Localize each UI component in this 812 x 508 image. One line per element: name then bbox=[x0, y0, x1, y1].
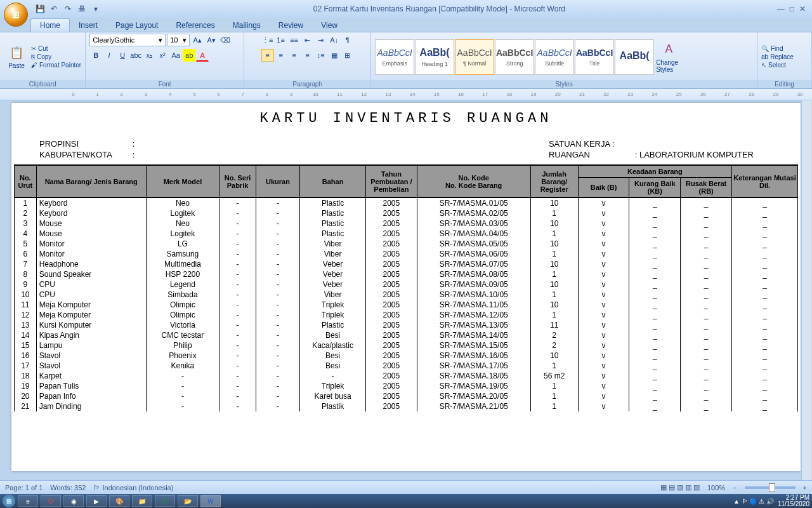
language-status[interactable]: 🏳 Indonesian (Indonesia) bbox=[93, 484, 173, 491]
superscript-button[interactable]: x² bbox=[156, 49, 169, 62]
office-button[interactable]: ⊞ bbox=[4, 3, 28, 27]
explorer-icon[interactable]: 📁 bbox=[132, 495, 152, 507]
borders-button[interactable]: ⊞ bbox=[341, 49, 354, 62]
find-icon: 🔍 bbox=[761, 45, 769, 52]
paragraph-group: ⋮≡ 1≡ ≡≡ ⇤ ⇥ A↓ ¶ ≡ ≡ ≡ ≡ ↕≡ ▦ ⊞ Paragra… bbox=[244, 32, 371, 88]
justify-button[interactable]: ≡ bbox=[301, 49, 314, 62]
sort-button[interactable]: A↓ bbox=[328, 34, 341, 46]
style-item[interactable]: AaBbCcIStrong bbox=[495, 39, 534, 75]
zoom-out-button[interactable]: − bbox=[733, 484, 737, 491]
tab-review[interactable]: Review bbox=[270, 19, 312, 32]
statusbar: Page: 1 of 1 Words: 352 🏳 Indonesian (In… bbox=[0, 480, 812, 494]
shrink-font-button[interactable]: A▾ bbox=[205, 34, 218, 46]
start-button[interactable]: ⊞ bbox=[3, 495, 15, 507]
clipboard-group: 📋Paste ✂Cut ⎘Copy 🖌Format Painter Clipbo… bbox=[0, 32, 86, 88]
font-color-button[interactable]: A bbox=[196, 49, 209, 62]
style-item[interactable]: AaBb( bbox=[615, 39, 654, 75]
paste-button[interactable]: 📋Paste bbox=[4, 44, 29, 69]
close-button[interactable]: ✕ bbox=[799, 4, 806, 13]
opera-icon[interactable]: O bbox=[41, 495, 61, 507]
table-row: 13Kursi KomputerVictoria--Plastic2005SR-… bbox=[15, 320, 798, 330]
style-item[interactable]: AaBb(Heading 1 bbox=[415, 39, 454, 75]
find-button[interactable]: 🔍Find bbox=[761, 45, 794, 52]
align-center-button[interactable]: ≡ bbox=[275, 49, 287, 62]
table-row: 17StavolKenika--Besi2005SR-7/MASMA.17/05… bbox=[15, 361, 798, 371]
qat-dropdown-icon[interactable]: ▾ bbox=[90, 3, 102, 15]
font-name-combo[interactable]: ClearlyGothic▾ bbox=[89, 34, 166, 46]
strike-button[interactable]: abc bbox=[129, 49, 142, 62]
paint-icon[interactable]: 🎨 bbox=[109, 495, 129, 507]
change-case-button[interactable]: Aa bbox=[169, 49, 182, 62]
underline-button[interactable]: U bbox=[116, 49, 129, 62]
word-icon[interactable]: W bbox=[200, 495, 221, 507]
style-item[interactable]: AaBbCcISubtitle bbox=[535, 39, 574, 75]
style-item[interactable]: AaBbCcI¶ Normal bbox=[455, 39, 494, 75]
chrome-icon[interactable]: ◉ bbox=[63, 495, 84, 507]
table-row: 9CPULegend--Veber2005SR-7/MASMA.09/0510v… bbox=[15, 279, 798, 290]
ribbon: 📋Paste ✂Cut ⎘Copy 🖌Format Painter Clipbo… bbox=[0, 32, 812, 89]
tab-references[interactable]: References bbox=[167, 19, 223, 32]
group-label: Paragraph bbox=[244, 80, 370, 88]
zoom-slider[interactable] bbox=[745, 486, 796, 489]
zoom-in-button[interactable]: + bbox=[803, 484, 807, 491]
tab-mailings[interactable]: Mailings bbox=[224, 19, 270, 32]
clear-format-button[interactable]: ⌫ bbox=[219, 34, 232, 46]
italic-button[interactable]: I bbox=[103, 49, 115, 62]
subscript-button[interactable]: x₂ bbox=[143, 49, 155, 62]
style-item[interactable]: AaBbCcIEmphasis bbox=[375, 39, 414, 75]
styles-group: AaBbCcIEmphasisAaBb(Heading 1AaBbCcI¶ No… bbox=[371, 32, 757, 88]
group-label: Styles bbox=[371, 80, 757, 88]
excel-icon[interactable]: X bbox=[155, 495, 175, 507]
media-icon[interactable]: ▶ bbox=[86, 495, 107, 507]
folder-icon[interactable]: 📂 bbox=[178, 495, 198, 507]
align-left-button[interactable]: ≡ bbox=[261, 49, 274, 62]
font-size-combo[interactable]: 10▾ bbox=[167, 34, 190, 46]
dec-indent-button[interactable]: ⇤ bbox=[301, 34, 314, 46]
bold-button[interactable]: B bbox=[89, 49, 102, 62]
font-group: ClearlyGothic▾ 10▾ A▴ A▾ ⌫ B I U abc x₂ … bbox=[86, 32, 244, 88]
tab-home[interactable]: Home bbox=[30, 18, 70, 32]
select-button[interactable]: ↖Select bbox=[761, 62, 794, 69]
view-buttons[interactable]: ▦ ▤ ▧ ▥ ▨ bbox=[660, 483, 700, 491]
style-item[interactable]: AaBbCcITitle bbox=[575, 39, 614, 75]
numbering-button[interactable]: 1≡ bbox=[275, 34, 287, 46]
tray-icons[interactable]: ▲ 🏳 🔵 ⚠ 🔊 bbox=[733, 498, 774, 505]
minimize-button[interactable]: — bbox=[777, 4, 785, 13]
tab-view[interactable]: View bbox=[312, 19, 346, 32]
multilevel-button[interactable]: ≡≡ bbox=[288, 34, 301, 46]
ie-icon[interactable]: e bbox=[18, 495, 38, 507]
replace-button[interactable]: abReplace bbox=[761, 53, 794, 60]
group-label: Clipboard bbox=[0, 80, 85, 88]
page-status[interactable]: Page: 1 of 1 bbox=[5, 484, 43, 491]
clock-date[interactable]: 11/15/2020 bbox=[778, 500, 809, 507]
align-right-button[interactable]: ≡ bbox=[288, 49, 301, 62]
word-count[interactable]: Words: 352 bbox=[50, 484, 86, 491]
inc-indent-button[interactable]: ⇥ bbox=[315, 34, 327, 46]
line-spacing-button[interactable]: ↕≡ bbox=[315, 49, 327, 62]
print-icon[interactable]: 🖶 bbox=[76, 3, 88, 15]
shading-button[interactable]: ▦ bbox=[328, 49, 341, 62]
highlight-button[interactable]: ab bbox=[183, 49, 195, 62]
table-row: 3MouseNeo--Plastic2005SR-7/MASMA.03/0510… bbox=[15, 218, 798, 229]
maximize-button[interactable]: □ bbox=[790, 4, 794, 13]
bullets-button[interactable]: ⋮≡ bbox=[261, 34, 274, 46]
document-area[interactable]: KARTU INVENTARIS RUANGAN PROPINSI:KABUPA… bbox=[0, 100, 812, 480]
tab-insert[interactable]: Insert bbox=[70, 19, 107, 32]
grow-font-button[interactable]: A▴ bbox=[191, 34, 204, 46]
undo-icon[interactable]: ↶ bbox=[48, 3, 60, 15]
format-painter-button[interactable]: 🖌Format Painter bbox=[31, 62, 81, 69]
save-icon[interactable]: 💾 bbox=[34, 3, 46, 15]
table-row: 16StavolPhoenix--Besi2005SR-7/MASMA.16/0… bbox=[15, 351, 798, 361]
vertical-scrollbar[interactable] bbox=[801, 100, 811, 480]
zoom-level[interactable]: 100% bbox=[707, 484, 725, 491]
table-row: 21Jam Dinding---Plastik2005SR-7/MASMA.21… bbox=[15, 401, 798, 411]
copy-button[interactable]: ⎘Copy bbox=[31, 53, 81, 60]
cut-button[interactable]: ✂Cut bbox=[31, 45, 81, 52]
styles-gallery[interactable]: AaBbCcIEmphasisAaBb(Heading 1AaBbCcI¶ No… bbox=[375, 39, 654, 75]
redo-icon[interactable]: ↷ bbox=[62, 3, 74, 15]
table-row: 6MonitorSamsung--Viber2005SR-7/MASMA.06/… bbox=[15, 249, 798, 259]
horizontal-ruler[interactable]: 0123456789101112131415161718192021222324… bbox=[0, 89, 812, 100]
change-styles-button[interactable]: AChange Styles bbox=[656, 41, 681, 73]
tab-page-layout[interactable]: Page Layout bbox=[107, 19, 167, 32]
show-marks-button[interactable]: ¶ bbox=[341, 34, 354, 46]
